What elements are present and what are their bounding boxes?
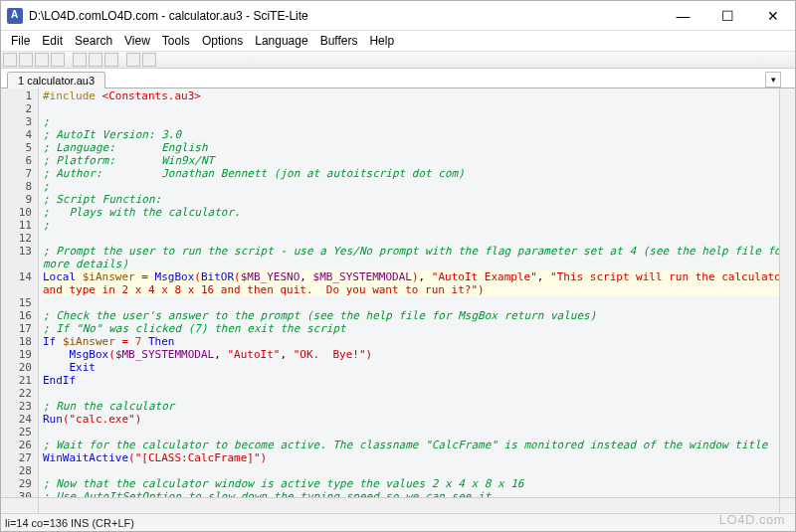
line-number: 14 <box>1 270 32 283</box>
code-line: more details) <box>43 258 779 270</box>
line-number: 29 <box>1 477 32 490</box>
code-line: and type in 2 x 4 x 8 x 16 and then quit… <box>43 283 779 296</box>
vertical-scrollbar[interactable] <box>779 89 795 497</box>
tool-open-icon[interactable] <box>19 53 33 67</box>
line-number: 20 <box>1 361 32 374</box>
menu-language[interactable]: Language <box>249 33 313 49</box>
tool-save-icon[interactable] <box>35 53 49 67</box>
line-number <box>1 258 32 270</box>
tab-list-button[interactable]: ▾ <box>765 72 781 88</box>
tool-new-icon[interactable] <box>3 53 17 67</box>
scroll-corner <box>779 498 795 513</box>
titlebar: D:\LO4D.comLO4D.com - calculator.au3 - S… <box>1 1 795 31</box>
line-number: 23 <box>1 400 32 413</box>
line-number: 19 <box>1 348 32 361</box>
menu-options[interactable]: Options <box>196 33 249 49</box>
menu-view[interactable]: View <box>118 33 156 49</box>
code-line: ; <box>43 180 779 193</box>
menu-edit[interactable]: Edit <box>36 33 69 49</box>
tool-redo-icon[interactable] <box>142 53 156 67</box>
code-line: Run("calc.exe") <box>43 413 779 426</box>
line-number: 21 <box>1 374 32 387</box>
code-line: ; AutoIt Version: 3.0 <box>43 128 779 141</box>
code-line: ; Author: Jonathan Bennett (jon at autoi… <box>43 167 779 180</box>
minimize-button[interactable]: — <box>661 1 705 30</box>
tab-calculator[interactable]: 1 calculator.au3 <box>7 72 105 89</box>
code-line <box>43 464 779 477</box>
tool-cut-icon[interactable] <box>73 53 87 67</box>
menu-buffers[interactable]: Buffers <box>314 33 364 49</box>
code-line: ; If "No" was clicked (7) then exit the … <box>43 322 779 335</box>
window-controls: — ☐ ✕ <box>661 1 795 30</box>
code-line <box>43 426 779 439</box>
window-title: D:\LO4D.comLO4D.com - calculator.au3 - S… <box>29 9 661 23</box>
code-line <box>43 387 779 400</box>
code-line <box>43 296 779 309</box>
line-gutter: 1234567891011121314151617181920212223242… <box>1 89 39 497</box>
line-number: 28 <box>1 464 32 477</box>
line-number: 5 <box>1 141 32 154</box>
code-line: EndIf <box>43 374 779 387</box>
menu-file[interactable]: File <box>5 33 36 49</box>
close-button[interactable]: ✕ <box>750 1 795 30</box>
code-line: #include <Constants.au3> <box>43 89 779 102</box>
tool-undo-icon[interactable] <box>126 53 140 67</box>
code-line: If $iAnswer = 7 Then <box>43 335 779 348</box>
status-text: li=14 co=136 INS (CR+LF) <box>5 517 134 529</box>
line-number: 27 <box>1 451 32 464</box>
horizontal-scrollbar-area <box>1 497 795 513</box>
watermark: LO4D.com <box>719 512 785 527</box>
app-icon <box>7 8 23 24</box>
tab-bar: 1 calculator.au3 ▾ <box>1 69 795 89</box>
code-line <box>43 102 779 115</box>
tool-paste-icon[interactable] <box>104 53 118 67</box>
tool-print-icon[interactable] <box>51 53 65 67</box>
menu-help[interactable]: Help <box>363 33 400 49</box>
menubar: File Edit Search View Tools Options Lang… <box>1 31 795 51</box>
menu-tools[interactable]: Tools <box>156 33 196 49</box>
code-line: ; Check the user's answer to the prompt … <box>43 309 779 322</box>
code-line: ; Language: English <box>43 141 779 154</box>
code-line: WinWaitActive("[CLASS:CalcFrame]") <box>43 451 779 464</box>
line-number: 4 <box>1 128 32 141</box>
code-line: Local $iAnswer = MsgBox(BitOR($MB_YESNO,… <box>43 270 779 283</box>
line-number: 2 <box>1 102 32 115</box>
code-line: ; Script Function: <box>43 193 779 206</box>
code-line: ; Platform: Win9x/NT <box>43 154 779 167</box>
code-line: ; <box>43 219 779 232</box>
line-number: 6 <box>1 154 32 167</box>
line-number: 9 <box>1 193 32 206</box>
line-number: 17 <box>1 322 32 335</box>
line-number: 22 <box>1 387 32 400</box>
maximize-button[interactable]: ☐ <box>705 1 750 30</box>
code-line <box>43 232 779 245</box>
horizontal-scrollbar[interactable] <box>39 498 779 513</box>
line-number: 1 <box>1 89 32 102</box>
code-line: MsgBox($MB_SYSTEMMODAL, "AutoIt", "OK. B… <box>43 348 779 361</box>
line-number: 30 <box>1 490 32 497</box>
code-line: ; Wait for the calculator to become acti… <box>43 439 779 451</box>
line-number: 12 <box>1 232 32 245</box>
code-line: ; Now that the calculator window is acti… <box>43 477 779 490</box>
line-number: 11 <box>1 219 32 232</box>
app-window: D:\LO4D.comLO4D.com - calculator.au3 - S… <box>0 0 796 532</box>
menu-search[interactable]: Search <box>69 33 118 49</box>
line-number: 18 <box>1 335 32 348</box>
line-number: 8 <box>1 180 32 193</box>
gutter-corner <box>1 498 39 513</box>
line-number: 24 <box>1 413 32 426</box>
line-number: 16 <box>1 309 32 322</box>
code-line: ; Use AutoItSetOption to slow down the t… <box>43 490 779 497</box>
toolbar <box>1 51 795 69</box>
code-line: ; Run the calculator <box>43 400 779 413</box>
code-editor[interactable]: #include <Constants.au3> ;; AutoIt Versi… <box>39 89 779 497</box>
tool-copy-icon[interactable] <box>89 53 102 67</box>
line-number: 25 <box>1 426 32 439</box>
line-number: 13 <box>1 245 32 258</box>
line-number: 10 <box>1 206 32 219</box>
editor-area: 1234567891011121314151617181920212223242… <box>1 89 795 497</box>
line-number: 26 <box>1 439 32 451</box>
code-line: ; Prompt the user to run the script - us… <box>43 245 779 258</box>
code-line: ; Plays with the calculator. <box>43 206 779 219</box>
line-number: 15 <box>1 296 32 309</box>
